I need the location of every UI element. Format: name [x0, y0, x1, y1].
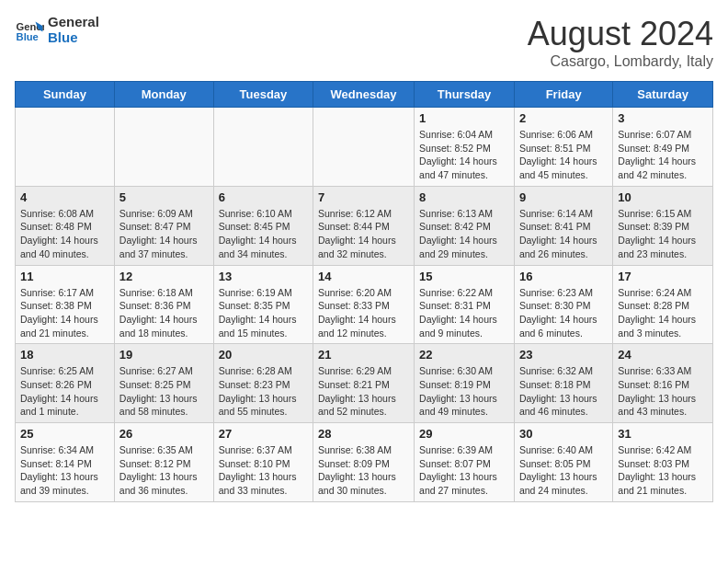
- day-info: Sunrise: 6:33 AM Sunset: 8:16 PM Dayligh…: [618, 364, 708, 419]
- day-info: Sunrise: 6:15 AM Sunset: 8:39 PM Dayligh…: [618, 207, 708, 261]
- day-cell: 11Sunrise: 6:17 AM Sunset: 8:38 PM Dayli…: [16, 265, 115, 344]
- day-info: Sunrise: 6:27 AM Sunset: 8:25 PM Dayligh…: [119, 364, 209, 419]
- calendar-title: August 2024: [528, 15, 713, 53]
- day-number: 2: [519, 111, 608, 125]
- day-info: Sunrise: 6:24 AM Sunset: 8:28 PM Dayligh…: [618, 286, 708, 340]
- week-row-5: 25Sunrise: 6:34 AM Sunset: 8:14 PM Dayli…: [16, 423, 713, 502]
- day-number: 3: [618, 111, 708, 125]
- logo-text-line1: General: [48, 15, 99, 30]
- day-cell: 28Sunrise: 6:38 AM Sunset: 8:09 PM Dayli…: [313, 423, 415, 502]
- calendar-header: SundayMondayTuesdayWednesdayThursdayFrid…: [16, 82, 713, 108]
- day-number: 23: [519, 348, 608, 362]
- day-number: 15: [419, 270, 509, 283]
- day-cell: 31Sunrise: 6:42 AM Sunset: 8:03 PM Dayli…: [613, 423, 713, 502]
- column-header-monday: Monday: [114, 82, 213, 108]
- day-cell: 23Sunrise: 6:32 AM Sunset: 8:18 PM Dayli…: [514, 344, 612, 423]
- column-header-wednesday: Wednesday: [313, 82, 415, 108]
- day-cell: 17Sunrise: 6:24 AM Sunset: 8:28 PM Dayli…: [613, 265, 713, 344]
- day-number: 19: [119, 348, 209, 362]
- day-cell: 8Sunrise: 6:13 AM Sunset: 8:42 PM Daylig…: [415, 186, 515, 265]
- day-number: 22: [419, 348, 509, 362]
- column-header-saturday: Saturday: [613, 82, 713, 108]
- day-info: Sunrise: 6:22 AM Sunset: 8:31 PM Dayligh…: [419, 286, 509, 340]
- day-number: 10: [618, 190, 708, 204]
- day-number: 21: [318, 348, 409, 362]
- logo-text-line2: Blue: [48, 30, 99, 46]
- day-cell: 12Sunrise: 6:18 AM Sunset: 8:36 PM Dayli…: [114, 265, 213, 344]
- day-cell: 20Sunrise: 6:28 AM Sunset: 8:23 PM Dayli…: [213, 344, 313, 423]
- column-header-friday: Friday: [514, 82, 612, 108]
- day-info: Sunrise: 6:06 AM Sunset: 8:51 PM Dayligh…: [519, 128, 608, 182]
- day-cell: 18Sunrise: 6:25 AM Sunset: 8:26 PM Dayli…: [16, 344, 115, 423]
- day-info: Sunrise: 6:38 AM Sunset: 8:09 PM Dayligh…: [318, 443, 409, 498]
- week-row-4: 18Sunrise: 6:25 AM Sunset: 8:26 PM Dayli…: [16, 344, 713, 423]
- day-cell: 7Sunrise: 6:12 AM Sunset: 8:44 PM Daylig…: [313, 186, 415, 265]
- day-number: 27: [219, 427, 308, 441]
- day-cell: 27Sunrise: 6:37 AM Sunset: 8:10 PM Dayli…: [213, 423, 313, 502]
- day-info: Sunrise: 6:18 AM Sunset: 8:36 PM Dayligh…: [119, 286, 209, 340]
- week-row-3: 11Sunrise: 6:17 AM Sunset: 8:38 PM Dayli…: [16, 265, 713, 344]
- day-cell: 14Sunrise: 6:20 AM Sunset: 8:33 PM Dayli…: [313, 265, 415, 344]
- day-number: 8: [419, 190, 509, 204]
- day-cell: 1Sunrise: 6:04 AM Sunset: 8:52 PM Daylig…: [415, 108, 515, 187]
- day-number: 6: [219, 190, 308, 204]
- day-number: 24: [618, 348, 708, 362]
- day-info: Sunrise: 6:39 AM Sunset: 8:07 PM Dayligh…: [419, 443, 509, 498]
- day-info: Sunrise: 6:04 AM Sunset: 8:52 PM Dayligh…: [419, 128, 509, 182]
- day-number: 18: [20, 348, 109, 362]
- day-number: 14: [318, 270, 409, 283]
- day-cell: 4Sunrise: 6:08 AM Sunset: 8:48 PM Daylig…: [16, 186, 115, 265]
- day-info: Sunrise: 6:40 AM Sunset: 8:05 PM Dayligh…: [519, 443, 608, 498]
- day-number: 25: [20, 427, 109, 441]
- day-number: 12: [119, 270, 209, 283]
- day-info: Sunrise: 6:08 AM Sunset: 8:48 PM Dayligh…: [20, 207, 109, 261]
- day-cell: 2Sunrise: 6:06 AM Sunset: 8:51 PM Daylig…: [514, 108, 612, 187]
- day-cell: 21Sunrise: 6:29 AM Sunset: 8:21 PM Dayli…: [313, 344, 415, 423]
- day-info: Sunrise: 6:07 AM Sunset: 8:49 PM Dayligh…: [618, 128, 708, 182]
- day-cell: 5Sunrise: 6:09 AM Sunset: 8:47 PM Daylig…: [114, 186, 213, 265]
- day-number: 17: [618, 270, 708, 283]
- day-info: Sunrise: 6:29 AM Sunset: 8:21 PM Dayligh…: [318, 364, 409, 419]
- day-cell: 19Sunrise: 6:27 AM Sunset: 8:25 PM Dayli…: [114, 344, 213, 423]
- day-info: Sunrise: 6:13 AM Sunset: 8:42 PM Dayligh…: [419, 207, 509, 261]
- day-info: Sunrise: 6:14 AM Sunset: 8:41 PM Dayligh…: [519, 207, 608, 261]
- column-header-tuesday: Tuesday: [213, 82, 313, 108]
- day-info: Sunrise: 6:37 AM Sunset: 8:10 PM Dayligh…: [219, 443, 308, 498]
- day-info: Sunrise: 6:12 AM Sunset: 8:44 PM Dayligh…: [318, 207, 409, 261]
- day-info: Sunrise: 6:28 AM Sunset: 8:23 PM Dayligh…: [219, 364, 308, 419]
- day-info: Sunrise: 6:35 AM Sunset: 8:12 PM Dayligh…: [119, 443, 209, 498]
- week-row-2: 4Sunrise: 6:08 AM Sunset: 8:48 PM Daylig…: [16, 186, 713, 265]
- logo: General Blue General Blue: [15, 15, 99, 45]
- day-info: Sunrise: 6:32 AM Sunset: 8:18 PM Dayligh…: [519, 364, 608, 419]
- calendar-subtitle: Casargo, Lombardy, Italy: [528, 53, 713, 70]
- day-cell: 16Sunrise: 6:23 AM Sunset: 8:30 PM Dayli…: [514, 265, 612, 344]
- day-cell: 24Sunrise: 6:33 AM Sunset: 8:16 PM Dayli…: [613, 344, 713, 423]
- day-number: 7: [318, 190, 409, 204]
- logo-icon: General Blue: [15, 16, 44, 45]
- day-number: 29: [419, 427, 509, 441]
- title-area: August 2024 Casargo, Lombardy, Italy: [528, 15, 713, 70]
- day-cell: 13Sunrise: 6:19 AM Sunset: 8:35 PM Dayli…: [213, 265, 313, 344]
- day-number: 13: [219, 270, 308, 283]
- day-cell: 3Sunrise: 6:07 AM Sunset: 8:49 PM Daylig…: [613, 108, 713, 187]
- column-header-thursday: Thursday: [415, 82, 515, 108]
- day-info: Sunrise: 6:20 AM Sunset: 8:33 PM Dayligh…: [318, 286, 409, 340]
- day-info: Sunrise: 6:10 AM Sunset: 8:45 PM Dayligh…: [219, 207, 308, 261]
- day-info: Sunrise: 6:23 AM Sunset: 8:30 PM Dayligh…: [519, 286, 608, 340]
- day-cell: 26Sunrise: 6:35 AM Sunset: 8:12 PM Dayli…: [114, 423, 213, 502]
- day-number: 26: [119, 427, 209, 441]
- day-number: 16: [519, 270, 608, 283]
- day-number: 30: [519, 427, 608, 441]
- day-cell: [114, 108, 213, 187]
- day-number: 4: [20, 190, 109, 204]
- day-info: Sunrise: 6:25 AM Sunset: 8:26 PM Dayligh…: [20, 364, 109, 419]
- week-row-1: 1Sunrise: 6:04 AM Sunset: 8:52 PM Daylig…: [16, 108, 713, 187]
- day-cell: 6Sunrise: 6:10 AM Sunset: 8:45 PM Daylig…: [213, 186, 313, 265]
- page-header: General Blue General Blue August 2024 Ca…: [15, 15, 713, 70]
- day-number: 1: [419, 111, 509, 125]
- day-cell: 22Sunrise: 6:30 AM Sunset: 8:19 PM Dayli…: [415, 344, 515, 423]
- day-cell: [16, 108, 115, 187]
- day-number: 11: [20, 270, 109, 283]
- day-number: 31: [618, 427, 708, 441]
- day-info: Sunrise: 6:17 AM Sunset: 8:38 PM Dayligh…: [20, 286, 109, 340]
